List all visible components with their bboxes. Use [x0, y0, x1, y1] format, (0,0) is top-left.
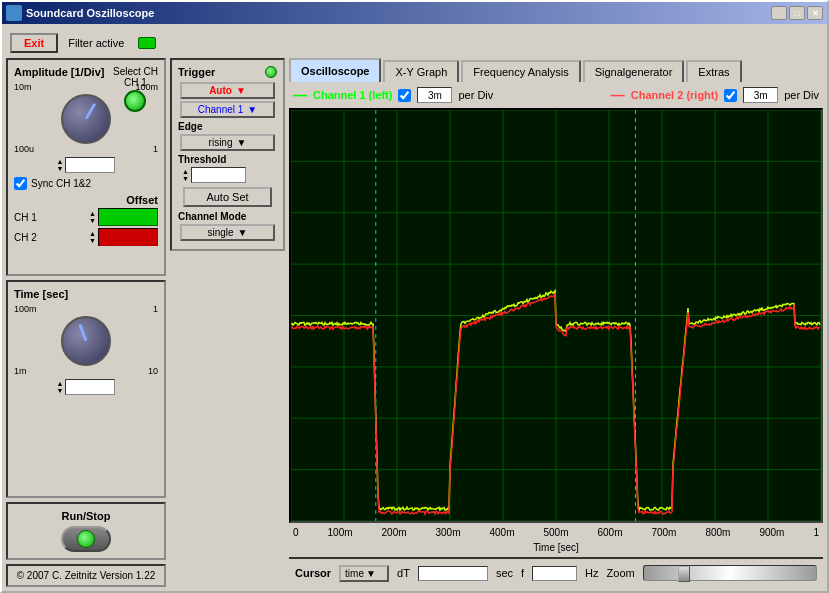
offset-section: Offset CH 1 ▲▼ 0.0000 CH 2 ▲▼	[14, 194, 158, 246]
time-spinner[interactable]: ▲▼	[57, 380, 64, 394]
filter-label: Filter active	[68, 37, 124, 49]
x-label-900m: 900m	[759, 527, 784, 538]
zoom-thumb[interactable]	[678, 566, 690, 582]
ch2-offset-label: CH 2	[14, 232, 37, 243]
time-title: Time [sec]	[14, 288, 158, 300]
window-title: Soundcard Oszilloscope	[26, 7, 154, 19]
amplitude-knob[interactable]	[61, 94, 111, 144]
ch2-per-div-input[interactable]	[743, 87, 778, 103]
time-value-row: ▲▼ 1	[14, 379, 158, 395]
amplitude-value-input[interactable]: 0.003	[65, 157, 115, 173]
run-stop-button[interactable]	[61, 526, 111, 552]
app-icon	[6, 5, 22, 21]
sync-row: Sync CH 1&2	[14, 177, 158, 190]
ch2-offset-row: CH 2 ▲▼ 0.0000	[14, 228, 158, 246]
cursor-bar: Cursor time ▼ dT 489.712m sec f 2.042 Hz…	[289, 557, 823, 587]
ch1-per-div-input[interactable]	[417, 87, 452, 103]
time-label-100m: 100m	[14, 304, 37, 314]
sync-label: Sync CH 1&2	[31, 178, 91, 189]
trigger-mode-dropdown[interactable]: Auto ▼	[180, 82, 274, 99]
dt-label: dT	[397, 567, 410, 579]
time-knob[interactable]	[61, 316, 111, 366]
x-label-200m: 200m	[382, 527, 407, 538]
trigger-edge-arrow: ▼	[236, 137, 246, 148]
maximize-button[interactable]: □	[789, 6, 805, 20]
titlebar-title: Soundcard Oszilloscope	[6, 5, 154, 21]
ch1-offset-row: CH 1 ▲▼ 0.0000	[14, 208, 158, 226]
filter-active-indicator	[138, 37, 156, 49]
exit-button[interactable]: Exit	[10, 33, 58, 53]
tab-bar: Oscilloscope X-Y Graph Frequency Analysi…	[289, 58, 823, 82]
channel-mode-dropdown[interactable]: single ▼	[180, 224, 274, 241]
x-label-400m: 400m	[489, 527, 514, 538]
cursor-mode-arrow: ▼	[366, 568, 376, 579]
trigger-panel: Trigger Auto ▼ Channel 1 ▼ Edge	[170, 58, 285, 587]
ch1-visibility-checkbox[interactable]	[398, 89, 411, 102]
x-label-700m: 700m	[651, 527, 676, 538]
tab-oscilloscope[interactable]: Oscilloscope	[289, 58, 381, 82]
minimize-button[interactable]: _	[771, 6, 787, 20]
amp-label-1: 1	[153, 144, 158, 154]
ch2-legend-label: Channel 2 (right)	[631, 89, 718, 101]
f-label: f	[521, 567, 524, 579]
tab-signal-generator[interactable]: Signalgenerator	[583, 60, 685, 82]
zoom-label: Zoom	[607, 567, 635, 579]
threshold-spinner[interactable]: ▲▼	[182, 168, 189, 182]
titlebar: Soundcard Oszilloscope _ □ ✕	[2, 2, 827, 24]
copyright-box: © 2007 C. Zeitnitz Version 1.22	[6, 564, 166, 587]
trigger-edge-dropdown[interactable]: rising ▼	[180, 134, 274, 151]
left-panel: Amplitude [1/Div] Select CH CH 1 10m 100…	[6, 58, 166, 587]
tab-frequency-analysis[interactable]: Frequency Analysis	[461, 60, 580, 82]
ch1-per-div-label: per Div	[458, 89, 493, 101]
select-ch-label: Select CH	[113, 66, 158, 77]
trigger-edge-label: rising	[209, 137, 233, 148]
x-axis-title: Time [sec]	[289, 542, 823, 555]
x-axis-labels: 0 100m 200m 300m 400m 500m 600m 700m 800…	[289, 525, 823, 540]
cursor-dt-input[interactable]: 489.712m	[418, 566, 488, 581]
close-button[interactable]: ✕	[807, 6, 823, 20]
auto-set-button[interactable]: Auto Set	[183, 187, 272, 207]
scope-display	[289, 108, 823, 523]
sync-checkbox[interactable]	[14, 177, 27, 190]
tab-extras[interactable]: Extras	[686, 60, 741, 82]
ch2-visibility-checkbox[interactable]	[724, 89, 737, 102]
amplitude-knob-container: 10m 100m 100u 1	[14, 82, 158, 154]
time-label-10: 10	[148, 366, 158, 376]
run-stop-indicator	[77, 530, 95, 548]
amp-label-100m: 100m	[135, 82, 158, 92]
channel-mode-arrow: ▼	[238, 227, 248, 238]
zoom-slider[interactable]	[643, 565, 817, 581]
channel-mode-title: Channel Mode	[178, 211, 277, 222]
amp-label-10m: 10m	[14, 82, 32, 92]
cursor-label: Cursor	[295, 567, 331, 579]
threshold-input[interactable]: 0.01	[191, 167, 246, 183]
time-value-input[interactable]: 1	[65, 379, 115, 395]
trigger-channel-dropdown[interactable]: Channel 1 ▼	[180, 101, 274, 118]
ch1-offset-spinner[interactable]: ▲▼	[89, 210, 96, 224]
ch2-per-div-label: per Div	[784, 89, 819, 101]
threshold-row: ▲▼ 0.01	[182, 167, 273, 183]
threshold-title: Threshold	[178, 154, 277, 165]
ch2-offset-spinner[interactable]: ▲▼	[89, 230, 96, 244]
time-knob-indicator	[78, 324, 87, 342]
x-label-500m: 500m	[543, 527, 568, 538]
ch2-offset-input[interactable]: 0.0000	[98, 228, 158, 246]
ch1-offset-input[interactable]: 0.0000	[98, 208, 158, 226]
channel-legend-row: — Channel 1 (left) per Div — Channel 2 (…	[289, 84, 823, 106]
time-bottom-labels: 1m 10	[14, 366, 158, 376]
cursor-f-input[interactable]: 2.042	[532, 566, 577, 581]
time-panel: Time [sec] 100m 1 1m 10	[6, 280, 166, 498]
trigger-mode-label: Auto	[209, 85, 232, 96]
amplitude-spinner[interactable]: ▲▼	[57, 158, 64, 172]
ch1-legend-label: Channel 1 (left)	[313, 89, 392, 101]
knob-indicator	[85, 103, 97, 120]
tab-xy-graph[interactable]: X-Y Graph	[383, 60, 459, 82]
trigger-channel-label: Channel 1	[198, 104, 244, 115]
knob-top-labels: 10m 100m	[14, 82, 158, 92]
oscilloscope-panel: Oscilloscope X-Y Graph Frequency Analysi…	[289, 58, 823, 587]
time-knob-container: 100m 1 1m 10	[14, 304, 158, 376]
cursor-mode-dropdown[interactable]: time ▼	[339, 565, 389, 582]
window-controls[interactable]: _ □ ✕	[771, 6, 823, 20]
x-label-300m: 300m	[436, 527, 461, 538]
ch2-line-indicator: —	[611, 87, 625, 103]
